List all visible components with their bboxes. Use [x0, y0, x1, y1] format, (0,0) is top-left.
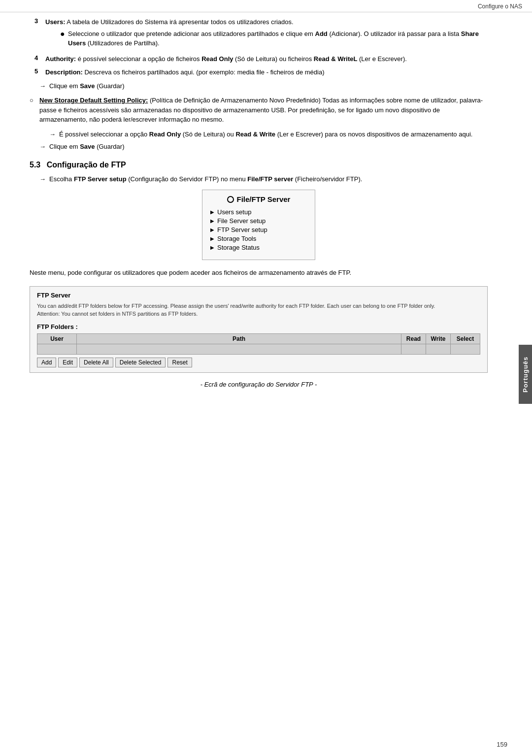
- section-heading: 5.3 Configuração de FTP: [30, 161, 488, 169]
- table-header-select: Select: [451, 333, 480, 344]
- list-text-4: Authority: é possível seleccionar a opçã…: [45, 54, 488, 64]
- menu-box: File/FTP Server ▶ Users setup ▶ File Ser…: [202, 190, 315, 260]
- menu-item-ftp-server-setup[interactable]: ▶ FTP Server setup: [210, 226, 307, 233]
- menu-item-users-setup[interactable]: ▶ Users setup: [210, 208, 307, 216]
- triangle-icon-4: ▶: [210, 236, 214, 241]
- menu-item-label-3: FTP Server setup: [217, 226, 267, 233]
- bullet-item-1: ● Seleccione o utilizador que pretende a…: [60, 29, 488, 48]
- menu-box-label: File/FTP Server: [237, 195, 291, 203]
- ftp-intro-arrow: → Escolha FTP Server setup (Configuração…: [39, 174, 488, 184]
- triangle-icon-2: ▶: [210, 218, 214, 224]
- triangle-icon-1: ▶: [210, 209, 214, 215]
- page-container: Configure o NAS Português 3 Users: A tab…: [0, 0, 532, 756]
- menu-item-storage-tools[interactable]: ▶ Storage Tools: [210, 235, 307, 242]
- table-header-path: Path: [77, 333, 401, 344]
- triangle-icon-5: ▶: [210, 245, 214, 250]
- list-number-5: 5: [34, 67, 43, 77]
- menu-item-label-1: Users setup: [217, 208, 251, 216]
- arrow-icon-3: →: [39, 142, 49, 152]
- arrow-item-3: → Clique em Save (Guardar): [39, 142, 488, 152]
- arrow-icon-1: →: [39, 81, 49, 91]
- main-content: 3 Users: A tabela de Utilizadores do Sis…: [0, 12, 517, 402]
- table-cell-path: [77, 344, 401, 354]
- list-number-3: 3: [34, 17, 43, 50]
- reset-button[interactable]: Reset: [167, 358, 192, 367]
- ftp-server-title: FTP Server: [37, 292, 480, 299]
- list-item-5: 5 Description: Descreva os ficheiros par…: [30, 67, 488, 77]
- section-number: 5.3: [30, 161, 40, 169]
- circle-item-label: New Storage Default Setting Policy:: [39, 97, 148, 104]
- header-title: Configure o NAS: [478, 3, 522, 10]
- list-number-4: 4: [34, 54, 43, 64]
- list-item-4: 4 Authority: é possível seleccionar a op…: [30, 54, 488, 64]
- arrow-icon-2: →: [49, 130, 59, 139]
- table-cell-read: [401, 344, 426, 354]
- add-button[interactable]: Add: [37, 358, 56, 367]
- list-item-3: 3 Users: A tabela de Utilizadores do Sis…: [30, 17, 488, 50]
- arrow-item-1: → Clique em Save (Guardar): [39, 81, 488, 91]
- ftp-server-desc: You can add/edit FTP folders below for F…: [37, 302, 480, 318]
- top-bar: Configure o NAS: [0, 0, 532, 12]
- circle-icon: ○: [30, 96, 39, 125]
- triangle-icon-3: ▶: [210, 227, 214, 232]
- list-text-3: Users: A tabela de Utilizadores do Siste…: [45, 17, 488, 50]
- delete-selected-button[interactable]: Delete Selected: [115, 358, 166, 367]
- ftp-table: User Path Read Write Select: [37, 333, 480, 355]
- menu-circle-icon: [227, 196, 234, 203]
- menu-item-file-server-setup[interactable]: ▶ File Server setup: [210, 217, 307, 225]
- menu-item-label-2: File Server setup: [217, 217, 266, 225]
- sidebar-language-tab: Português: [519, 345, 532, 404]
- table-row-empty: [37, 344, 480, 354]
- table-header-write: Write: [426, 333, 451, 344]
- table-cell-select: [451, 344, 480, 354]
- edit-button[interactable]: Edit: [58, 358, 77, 367]
- arrow-item-2: → É possível seleccionar a opção Read On…: [49, 130, 488, 139]
- arrow-icon-ftp: →: [39, 174, 49, 184]
- circle-item-1: ○ New Storage Default Setting Policy: (P…: [30, 96, 488, 125]
- ftp-buttons-row: Add Edit Delete All Delete Selected Rese…: [37, 358, 480, 367]
- menu-item-label-4: Storage Tools: [217, 235, 256, 242]
- delete-all-button[interactable]: Delete All: [79, 358, 113, 367]
- ftp-folders-title: FTP Folders :: [37, 323, 480, 330]
- table-header-user: User: [37, 333, 77, 344]
- bullet-list-3: ● Seleccione o utilizador que pretende a…: [60, 29, 488, 48]
- menu-box-title: File/FTP Server: [210, 195, 307, 203]
- menu-item-label-5: Storage Status: [217, 244, 260, 251]
- list-text-5: Description: Descreva os ficheiros parti…: [45, 67, 488, 77]
- caption: - Ecrã de configuração do Servidor FTP -: [30, 381, 488, 388]
- section-title: Configuração de FTP: [47, 161, 126, 169]
- table-header-read: Read: [401, 333, 426, 344]
- page-number: 159: [497, 741, 507, 748]
- table-cell-user: [37, 344, 77, 354]
- table-cell-write: [426, 344, 451, 354]
- description-paragraph: Neste menu, pode configurar os utilizado…: [30, 268, 488, 278]
- ftp-server-panel: FTP Server You can add/edit FTP folders …: [30, 286, 488, 373]
- menu-item-storage-status[interactable]: ▶ Storage Status: [210, 244, 307, 251]
- bullet-icon: ●: [60, 29, 68, 48]
